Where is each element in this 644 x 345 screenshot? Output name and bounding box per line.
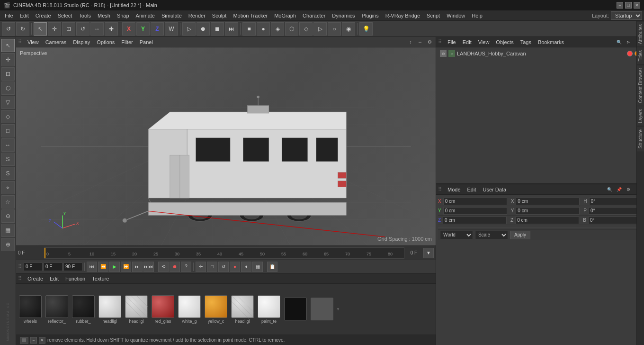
sidebar-link-tool[interactable]: ⌖ — [1, 181, 15, 194]
menu-sculpt[interactable]: Sculpt — [209, 12, 230, 19]
viewport-menu-options[interactable]: Options — [94, 38, 117, 46]
add-button[interactable]: ✚ — [105, 22, 118, 36]
move-button[interactable]: ✛ — [48, 22, 61, 36]
attr-search-icon[interactable]: 🔍 — [605, 185, 614, 194]
menu-script[interactable]: Script — [424, 12, 443, 19]
menu-window[interactable]: Window — [444, 12, 468, 19]
cube-button[interactable]: ■ — [242, 22, 256, 36]
objects-sort-icon[interactable]: ⊳ — [624, 38, 633, 46]
transport-record-btn[interactable]: ⏺ — [170, 262, 180, 272]
materials-texture-btn[interactable]: Texture — [89, 275, 112, 282]
rotate-button[interactable]: ↺ — [76, 22, 89, 36]
vp-settings-icon[interactable]: ⚙ — [425, 38, 434, 46]
transport-current-input[interactable] — [44, 263, 63, 271]
menu-render[interactable]: Render — [186, 12, 208, 19]
menu-mograph[interactable]: MoGraph — [271, 12, 299, 19]
redo-button[interactable]: ↻ — [16, 22, 29, 36]
circle-button[interactable]: ○ — [328, 22, 341, 36]
transport-first-btn[interactable]: ⏮ — [87, 262, 97, 272]
attr-settings-icon[interactable]: ⚙ — [624, 185, 633, 194]
transport-play-btn[interactable]: ▶ — [109, 262, 120, 272]
menu-help[interactable]: Help — [469, 12, 485, 19]
sidebar-paint-tool[interactable]: ↔ — [1, 138, 15, 152]
transport-help-btn[interactable]: ? — [181, 262, 191, 272]
vp-fullscreen-icon[interactable]: ↔ — [416, 38, 424, 46]
materials-function-btn[interactable]: Function — [63, 275, 88, 282]
attr-x-size-input[interactable] — [516, 198, 580, 205]
restore-button[interactable]: □ — [625, 2, 632, 9]
tab-titles[interactable]: Titles — [637, 47, 644, 64]
close-button[interactable]: ✕ — [634, 2, 640, 9]
axis-x-button[interactable]: X — [122, 22, 135, 36]
menu-create[interactable]: Create — [33, 12, 54, 19]
material-headlight1[interactable]: headligl — [98, 295, 122, 324]
attr-p-input[interactable] — [589, 207, 644, 215]
object-row-caravan[interactable]: ⊙ ○ LANDHAUS_Hobby_Caravan — [438, 49, 642, 58]
material-paint[interactable]: paint_te — [257, 295, 281, 324]
object-red-dot[interactable] — [627, 51, 633, 56]
transport-loop-btn[interactable]: ⟲ — [158, 262, 169, 272]
viewport-menu-display[interactable]: Display — [70, 38, 93, 46]
world-dropdown[interactable]: World Object — [440, 231, 473, 239]
select-mode-button[interactable]: ↖ — [34, 22, 47, 36]
material-wheels[interactable]: wheels — [18, 295, 43, 324]
status-minimize[interactable]: − — [30, 337, 37, 344]
attr-mode-btn[interactable]: Mode — [445, 186, 464, 193]
viewport-3d[interactable]: X Y Z Perspective Grid Spacing : 1000 cm — [16, 47, 436, 245]
attr-y-pos-input[interactable] — [443, 207, 507, 215]
sidebar-sculpt-tool[interactable]: S — [1, 153, 15, 166]
transport-rotate2-btn[interactable]: ↺ — [218, 262, 229, 272]
status-close[interactable]: ✕ — [39, 337, 45, 344]
material-red-glass[interactable]: red_glas — [151, 295, 175, 324]
transport-move-btn[interactable]: ✛ — [196, 262, 206, 272]
tab-layers[interactable]: Layers — [637, 106, 644, 126]
transport-next-btn[interactable]: ⏩ — [121, 262, 131, 272]
sidebar-pointer-tool[interactable]: ↖ — [1, 39, 15, 52]
viewport-menu-cameras[interactable]: Cameras — [43, 38, 70, 46]
objects-edit-btn[interactable]: Edit — [460, 38, 474, 46]
attr-h-input[interactable] — [589, 198, 644, 205]
axis-y-button[interactable]: Y — [136, 22, 150, 36]
objects-file-btn[interactable]: File — [445, 38, 459, 46]
sidebar-snap-tool[interactable]: □ — [1, 124, 15, 137]
attr-b-input[interactable] — [588, 217, 644, 224]
sidebar-move-tool[interactable]: ✛ — [1, 53, 15, 66]
menu-tools[interactable]: Tools — [76, 12, 94, 19]
transport-box-btn[interactable]: □ — [207, 262, 217, 272]
material-reflector[interactable]: reflector_ — [45, 295, 69, 324]
menu-vray[interactable]: R-VRay Bridge — [383, 12, 423, 19]
attr-x-pos-input[interactable] — [443, 198, 507, 205]
tab-content-browser[interactable]: Content Browser — [637, 64, 644, 106]
target-button[interactable]: ◉ — [342, 22, 355, 36]
sphere-button[interactable]: ● — [257, 22, 270, 36]
forward-button[interactable]: ⏭ — [225, 22, 238, 36]
transport-end-btn[interactable]: ⏭⏭ — [143, 262, 154, 272]
transport-last-btn[interactable]: ⏭ — [132, 262, 143, 272]
diamond-button[interactable]: ◇ — [299, 22, 313, 36]
material-extra1[interactable] — [283, 298, 308, 321]
record-button[interactable]: ⏺ — [197, 22, 210, 36]
attr-z-pos-input[interactable] — [443, 217, 507, 224]
sidebar-knife-tool[interactable]: ▽ — [1, 96, 15, 109]
material-headlight2[interactable]: headligl — [124, 295, 149, 324]
objects-view-btn[interactable]: View — [475, 38, 492, 46]
viewport-menu-filter[interactable]: Filter — [118, 38, 135, 46]
sidebar-grid-tool[interactable]: ▦ — [1, 224, 15, 237]
sidebar-s-tool[interactable]: S — [1, 167, 15, 180]
menu-mesh[interactable]: Mesh — [95, 12, 113, 19]
menu-plugins[interactable]: Plugins — [359, 12, 382, 19]
timeline-settings-btn[interactable]: ▼ — [423, 248, 434, 258]
menu-motion-tracker[interactable]: Motion Tracker — [230, 12, 270, 19]
attr-edit-btn[interactable]: Edit — [465, 186, 479, 193]
attr-pin-icon[interactable]: 📌 — [615, 185, 623, 194]
sidebar-magnet-tool[interactable]: ⬡ — [1, 82, 15, 95]
transport-key-btn[interactable]: ♦ — [241, 262, 251, 272]
attr-y-size-input[interactable] — [516, 207, 580, 215]
attr-user-data-btn[interactable]: User Data — [480, 186, 510, 193]
sidebar-extrude-tool[interactable]: ◇ — [1, 110, 15, 123]
undo-button[interactable]: ↺ — [2, 22, 15, 36]
spline-button[interactable]: ▷ — [313, 22, 327, 36]
scale-button[interactable]: ⊡ — [62, 22, 75, 36]
menu-animate[interactable]: Animate — [133, 12, 158, 19]
timeline-ruler[interactable]: 0 5 10 15 20 25 30 35 40 45 50 55 60 65 … — [44, 247, 404, 259]
